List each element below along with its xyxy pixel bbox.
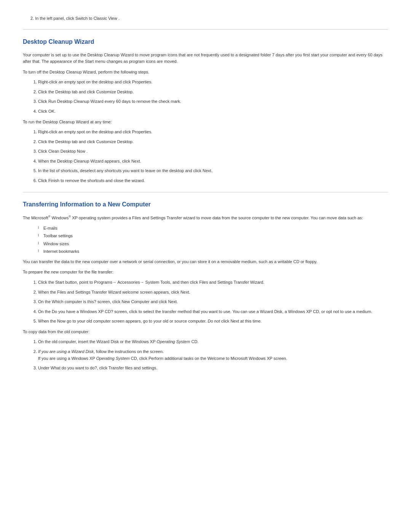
list-item: When the Files and Settings Transfer Wiz… [38, 289, 388, 296]
transferring-copy-label: To copy data from the old computer: [23, 329, 388, 335]
prepare-step5-italic: Do not [208, 319, 220, 323]
list-item: Click OK. [38, 108, 388, 115]
transferring-bullet-list: E-mails Toolbar settings Window sizes In… [38, 225, 388, 255]
page-content: 2. In the left panel, click Switch to Cl… [23, 15, 388, 372]
list-item: Click the Start button, point to Program… [38, 279, 388, 286]
desktop-cleanup-run-list: Right-click an empty spot on the desktop… [38, 129, 388, 184]
list-item: E-mails [38, 225, 388, 232]
copy-step2-line1-before: If you are using a Wizard Disk [38, 349, 94, 354]
registered-sign-2: ® [68, 215, 71, 218]
divider-2 [23, 192, 388, 192]
list-item: Click Finish to remove the shortcuts and… [38, 177, 388, 184]
desc1-before: The Microsoft [23, 215, 48, 220]
desktop-cleanup-turn-off-list: Right-click an empty spot on the desktop… [38, 79, 388, 115]
list-item: Click the Desktop tab and click Customiz… [38, 139, 388, 145]
transferring-section: Transferring Information to a New Comput… [23, 200, 388, 372]
desktop-cleanup-section: Desktop Cleanup Wizard Your computer is … [23, 37, 388, 184]
registered-sign: ® [48, 215, 51, 218]
list-item: Click Run Desktop Cleanup Wizard every 6… [38, 98, 388, 105]
copy-step1-italic: Operating System [157, 339, 190, 344]
copy-step2-line2-before: If you are using a Windows XP [38, 356, 96, 361]
list-item: Right-click an empty spot on the desktop… [38, 79, 388, 86]
desc1-after: XP operating system provides a Files and… [72, 215, 363, 220]
desktop-cleanup-desc2: To turn off the Desktop Cleanup Wizard, … [23, 69, 388, 75]
list-item: Right-click an empty spot on the desktop… [38, 129, 388, 136]
list-item: In the list of shortcuts, deselect any s… [38, 168, 388, 174]
transferring-prepare-list: Click the Start button, point to Program… [38, 279, 388, 325]
list-item: On the old computer, insert the Wizard D… [38, 339, 388, 345]
list-item: When the Now go to your old computer scr… [38, 318, 388, 325]
transferring-title: Transferring Information to a New Comput… [23, 200, 388, 209]
transferring-copy-list: On the old computer, insert the Wizard D… [38, 339, 388, 371]
prepare-step5-after: click Next at this time. [220, 319, 261, 323]
copy-step2-line2-after: CD, click Perform additional tasks on th… [130, 356, 287, 361]
list-item: Click the Desktop tab and click Customiz… [38, 89, 388, 96]
transferring-prepare-label: To prepare the new computer for the file… [23, 269, 388, 275]
desktop-cleanup-desc1: Your computer is set up to use the Deskt… [23, 52, 388, 65]
intro-step-2: 2. In the left panel, click Switch to Cl… [23, 15, 388, 22]
transferring-desc2: You can transfer the data to the new com… [23, 259, 388, 265]
list-item: Toolbar settings [38, 233, 388, 239]
list-item: Under What do you want to do?, click Tra… [38, 365, 388, 372]
copy-step1-before: On the old computer, insert the Wizard D… [38, 339, 157, 344]
desktop-cleanup-title: Desktop Cleanup Wizard [23, 37, 388, 46]
list-item: If you are using a Wizard Disk, follow t… [38, 348, 388, 362]
copy-step2-line1-after: , follow the instructions on the screen. [94, 349, 164, 354]
list-item: Internet bookmarks [38, 248, 388, 255]
list-item: Click Clean Desktop Now . [38, 148, 388, 155]
copy-step2-line2-italic: Operating System [96, 356, 130, 361]
copy-step1-after: CD. [190, 339, 199, 344]
prepare-step5-before: When the Now go to your old computer scr… [38, 319, 208, 323]
list-item: On the Which computer is this? screen, c… [38, 299, 388, 305]
desktop-cleanup-run-label: To run the Desktop Cleanup Wizard at any… [23, 119, 388, 125]
transferring-desc1: The Microsoft® Windows® XP operating sys… [23, 214, 388, 221]
list-item: Window sizes [38, 241, 388, 247]
divider-1 [23, 29, 388, 30]
desc1-windows: Windows [52, 215, 69, 220]
list-item: On the Do you have a Windows XP CD? scre… [38, 308, 388, 315]
intro-step-2-text: 2. In the left panel, click Switch to Cl… [30, 16, 119, 21]
list-item: When the Desktop Cleanup Wizard appears,… [38, 158, 388, 165]
